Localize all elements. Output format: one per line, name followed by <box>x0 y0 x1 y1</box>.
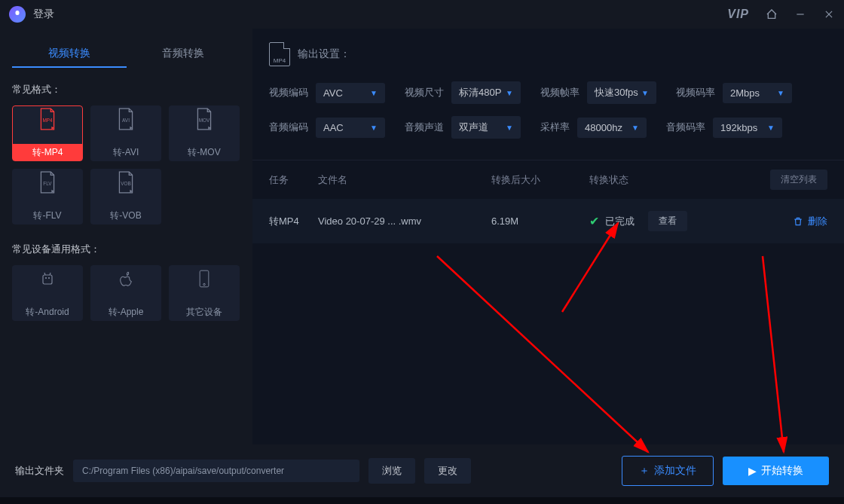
svg-text:FLV: FLV <box>43 181 52 186</box>
chevron-down-icon: ▼ <box>767 124 775 132</box>
output-folder-label: 输出文件夹 <box>15 464 64 478</box>
svg-rect-13 <box>200 270 209 287</box>
titlebar-right: VIP <box>727 8 835 21</box>
format-label: 其它设备 <box>170 304 239 320</box>
browse-button[interactable]: 浏览 <box>368 458 415 484</box>
delete-button[interactable]: 删除 <box>793 215 827 228</box>
chevron-down-icon: ▼ <box>777 89 784 97</box>
avi-file-icon: AVI <box>115 106 136 132</box>
format-label: 转-VOB <box>91 207 161 224</box>
vob-file-icon: VOB <box>115 170 136 195</box>
svg-text:MOV: MOV <box>199 118 210 123</box>
format-label: 转-AVI <box>91 144 161 160</box>
audio-codec-label: 音频编码 <box>269 121 308 134</box>
app-logo-icon <box>9 6 26 23</box>
svg-text:MP4: MP4 <box>42 118 53 123</box>
device-grid: 转-Android 转-Apple 其它设备 <box>12 265 240 321</box>
format-apple[interactable]: 转-Apple <box>90 265 161 321</box>
format-label: 转-Apple <box>91 304 161 320</box>
format-label: 转-MOV <box>170 144 239 160</box>
play-icon: ▶ <box>748 465 757 477</box>
main-area: 视频转换 音频转换 常见格式： MP4 转-MP4 AVI 转-AVI MOV <box>0 29 844 444</box>
start-convert-button[interactable]: ▶ 开始转换 <box>723 457 829 485</box>
svg-point-12 <box>49 278 50 279</box>
close-icon[interactable] <box>823 8 835 20</box>
row-size: 6.19M <box>491 215 589 227</box>
audio-codec-select[interactable]: AAC▼ <box>316 118 385 138</box>
sidebar: 视频转换 音频转换 常见格式： MP4 转-MP4 AVI 转-AVI MOV <box>0 29 252 444</box>
format-label: 转-FLV <box>13 207 82 224</box>
mp4-output-icon: MP4 <box>269 42 290 66</box>
svg-text:VOB: VOB <box>121 181 131 186</box>
svg-point-11 <box>46 278 47 279</box>
add-file-button[interactable]: ＋ 添加文件 <box>622 456 714 486</box>
tab-video[interactable]: 视频转换 <box>12 41 127 68</box>
video-bitrate-label: 视频码率 <box>676 86 715 99</box>
video-bitrate-select[interactable]: 2Mbps▼ <box>723 83 792 103</box>
trash-icon <box>793 216 803 227</box>
task-header: 任务 文件名 转换后大小 转换状态 清空列表 <box>252 160 844 199</box>
chevron-down-icon: ▼ <box>506 89 513 97</box>
login-link[interactable]: 登录 <box>33 8 54 21</box>
task-row: 转MP4 Video 20-07-29 ... .wmv 6.19M ✔ 已完成… <box>252 199 844 243</box>
chevron-down-icon: ▼ <box>370 124 378 132</box>
output-header-label: 输出设置： <box>298 47 350 61</box>
flv-file-icon: FLV <box>37 170 58 195</box>
titlebar: 登录 VIP <box>0 0 844 29</box>
format-mov[interactable]: MOV 转-MOV <box>169 105 240 161</box>
audio-bitrate-select[interactable]: 192kbps▼ <box>713 118 782 138</box>
tabs: 视频转换 音频转换 <box>12 41 240 68</box>
vip-label[interactable]: VIP <box>727 8 749 21</box>
content: MP4 输出设置： 视频编码 AVC▼ 视频尺寸 标清480P▼ 视频帧率 快速… <box>252 29 844 444</box>
output-settings: MP4 输出设置： 视频编码 AVC▼ 视频尺寸 标清480P▼ 视频帧率 快速… <box>252 29 844 160</box>
format-flv[interactable]: FLV 转-FLV <box>12 169 83 225</box>
chevron-down-icon: ▼ <box>370 89 378 97</box>
check-icon: ✔ <box>589 214 599 228</box>
android-icon <box>37 266 58 292</box>
svg-point-14 <box>203 283 206 286</box>
chevron-down-icon: ▼ <box>631 124 639 132</box>
format-grid: MP4 转-MP4 AVI 转-AVI MOV 转-MOV FLV <box>12 105 240 225</box>
common-formats-label: 常见格式： <box>12 83 240 96</box>
tab-audio[interactable]: 音频转换 <box>127 41 241 68</box>
col-size: 转换后大小 <box>491 173 589 187</box>
bottom-bar: 输出文件夹 C:/Program Files (x86)/aipai/save/… <box>0 444 844 497</box>
col-status: 转换状态 <box>589 173 710 187</box>
sample-rate-select[interactable]: 48000hz▼ <box>577 118 647 138</box>
view-button[interactable]: 查看 <box>648 211 687 231</box>
video-codec-label: 视频编码 <box>269 86 308 99</box>
format-avi[interactable]: AVI 转-AVI <box>90 105 161 161</box>
chevron-down-icon: ▼ <box>506 124 513 132</box>
device-formats-label: 常见设备通用格式： <box>12 243 240 256</box>
sample-rate-label: 采样率 <box>540 121 570 134</box>
row-task: 转MP4 <box>269 215 318 228</box>
video-size-select[interactable]: 标清480P▼ <box>451 81 521 104</box>
device-icon <box>194 266 215 292</box>
audio-bitrate-label: 音频码率 <box>666 121 705 134</box>
home-icon[interactable] <box>766 8 778 20</box>
video-codec-select[interactable]: AVC▼ <box>316 83 385 103</box>
minimize-icon[interactable] <box>794 8 806 20</box>
format-vob[interactable]: VOB 转-VOB <box>90 169 161 225</box>
apple-icon <box>115 266 136 292</box>
format-mp4[interactable]: MP4 转-MP4 <box>12 105 83 161</box>
mov-file-icon: MOV <box>194 106 215 132</box>
row-filename: Video 20-07-29 ... .wmv <box>318 215 491 227</box>
settings-header: MP4 输出设置： <box>269 42 827 66</box>
change-button[interactable]: 更改 <box>424 458 471 484</box>
output-path-field[interactable]: C:/Program Files (x86)/aipai/save/output… <box>73 460 359 482</box>
svg-text:AVI: AVI <box>122 118 130 123</box>
svg-rect-8 <box>43 275 52 284</box>
audio-channel-select[interactable]: 双声道▼ <box>451 116 521 139</box>
format-other[interactable]: 其它设备 <box>169 265 240 321</box>
clear-list-button[interactable]: 清空列表 <box>770 170 827 190</box>
plus-icon: ＋ <box>639 464 650 478</box>
titlebar-left: 登录 <box>9 6 54 23</box>
video-fps-label: 视频帧率 <box>540 86 579 99</box>
format-android[interactable]: 转-Android <box>12 265 83 321</box>
chevron-down-icon: ▼ <box>641 89 649 97</box>
video-fps-select[interactable]: 快速30fps▼ <box>587 81 656 104</box>
col-filename: 文件名 <box>318 173 491 187</box>
mp4-file-icon: MP4 <box>37 106 58 132</box>
audio-channel-label: 音频声道 <box>405 121 444 134</box>
